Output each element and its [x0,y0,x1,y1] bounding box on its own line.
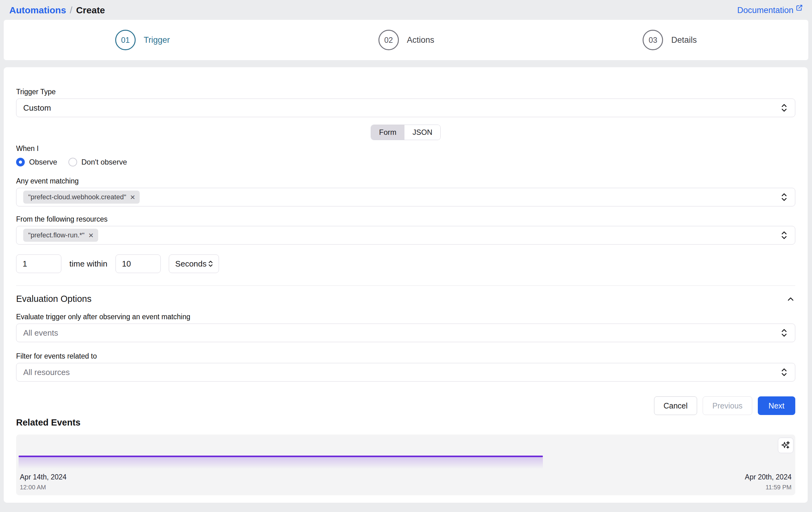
time-unit-select[interactable]: Seconds [169,254,219,273]
event-matching-select[interactable]: "prefect-cloud.webhook.created" ✕ [16,188,795,207]
filter-events-select[interactable]: All resources [16,363,795,381]
form-json-toggle: Form JSON [371,125,441,140]
chevron-updown-icon [780,368,788,377]
related-events-chart: Apr 14th, 2024 12:00 AM Apr 20th, 2024 1… [16,434,795,495]
radio-observe-dot[interactable] [16,158,25,166]
step-trigger-number: 01 [115,30,136,50]
collapse-section-button[interactable] [786,294,795,304]
previous-button[interactable]: Previous [703,396,752,415]
event-matching-label: Any event matching [16,177,795,185]
evaluate-after-value: All events [23,328,58,338]
time-within-text: time within [69,259,108,269]
step-actions-number: 02 [378,30,399,50]
resources-label: From the following resources [16,215,795,223]
chevron-updown-icon [780,328,788,338]
step-details-number: 03 [643,30,663,50]
top-bar: Automations / Create Documentation [0,0,812,20]
sparkles-icon [781,441,790,450]
resource-tag-text: "prefect.flow-run.*" [28,231,85,239]
toggle-json-button[interactable]: JSON [404,125,440,140]
trigger-type-select[interactable]: Custom [16,99,795,117]
breadcrumb-separator: / [70,5,72,16]
breadcrumb-automations-link[interactable]: Automations [9,5,66,16]
cancel-button[interactable]: Cancel [654,396,697,415]
chevron-updown-icon [780,103,788,112]
time-window-input[interactable] [116,254,161,273]
step-actions-label: Actions [407,35,434,45]
start-time-text: 12:00 AM [20,484,66,491]
count-input[interactable] [16,254,61,273]
filter-events-label: Filter for events related to [16,352,795,360]
time-unit-value: Seconds [175,259,207,269]
chevron-updown-icon [780,192,788,202]
toggle-form-label: Form [379,128,397,137]
documentation-link[interactable]: Documentation [737,6,803,15]
section-divider [16,286,795,286]
step-trigger[interactable]: 01 Trigger [115,30,170,50]
page-title: Create [76,5,105,16]
resource-tag: "prefect.flow-run.*" ✕ [23,229,98,242]
event-tag-remove-icon[interactable]: ✕ [130,194,135,200]
step-actions[interactable]: 02 Actions [378,30,434,50]
documentation-link-label: Documentation [737,6,793,15]
resource-tag-remove-icon[interactable]: ✕ [88,232,94,239]
radio-observe-label: Observe [29,158,57,166]
trigger-form-card: Trigger Type Custom Form JSON When I Obs… [4,67,808,503]
radio-dont-observe-dot[interactable] [68,158,77,166]
end-date-text: Apr 20th, 2024 [745,473,791,481]
toggle-form-button[interactable]: Form [371,125,404,140]
chevron-updown-icon [207,260,214,268]
event-tag: "prefect-cloud.webhook.created" ✕ [23,191,140,204]
stepper: 01 Trigger 02 Actions 03 Details [4,20,808,60]
evaluation-options-heading: Evaluation Options [16,294,91,304]
step-details[interactable]: 03 Details [643,30,697,50]
chart-options-button[interactable] [778,438,793,453]
radio-observe[interactable]: Observe [16,158,57,166]
chart-start-date: Apr 14th, 2024 12:00 AM [20,473,66,491]
step-details-label: Details [671,35,697,45]
chevron-updown-icon [780,231,788,240]
chart-end-date: Apr 20th, 2024 11:59 PM [745,473,791,491]
evaluate-after-select[interactable]: All events [16,324,795,342]
observe-radio-group: Observe Don't observe [16,157,795,168]
trigger-type-label: Trigger Type [16,88,795,96]
evaluate-after-label: Evaluate trigger only after observing an… [16,313,795,321]
breadcrumb: Automations / Create [9,5,105,16]
start-date-text: Apr 14th, 2024 [20,473,66,481]
end-time-text: 11:59 PM [745,484,791,491]
related-events-heading: Related Events [16,417,795,428]
when-i-label: When I [16,144,795,153]
step-trigger-label: Trigger [144,35,170,45]
external-link-icon [796,4,803,11]
resources-select[interactable]: "prefect.flow-run.*" ✕ [16,226,795,245]
next-button[interactable]: Next [758,396,795,415]
trigger-type-value: Custom [23,103,51,113]
event-tag-text: "prefect-cloud.webhook.created" [28,193,126,201]
filter-events-value: All resources [23,368,70,377]
radio-dont-observe-label: Don't observe [82,158,127,166]
toggle-json-label: JSON [412,128,432,137]
chevron-up-icon [786,294,795,304]
radio-dont-observe[interactable]: Don't observe [68,158,127,166]
event-count-line-gradient [19,457,543,469]
